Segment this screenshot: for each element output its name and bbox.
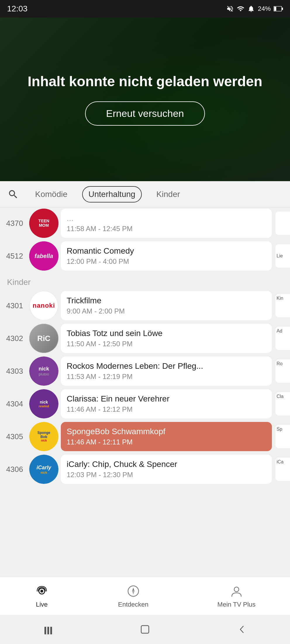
- person-icon: [229, 584, 244, 598]
- channel-number: 4370: [0, 207, 29, 239]
- filter-bar: Komödie Unterhaltung Kinder: [0, 181, 290, 207]
- retry-button[interactable]: Erneut versuchen: [85, 101, 205, 126]
- program-title: iCarly: Chip, Chuck & Spencer: [67, 460, 266, 469]
- program-block[interactable]: Rockos Modernes Leben: Der Pfleg... 11:5…: [61, 356, 272, 386]
- program-time: 11:58 AM - 12:45 PM: [67, 225, 266, 233]
- nav-mein-tv-plus[interactable]: Mein TV Plus: [218, 584, 256, 608]
- table-row: 4304 nick rewind Clarissa: Ein neuer Ver…: [0, 388, 290, 420]
- battery-level: 24%: [258, 5, 271, 13]
- nav-entdecken-label: Entdecken: [118, 601, 149, 608]
- mute-icon: [226, 5, 234, 13]
- nav-live-label: Live: [36, 601, 48, 608]
- filter-kinder[interactable]: Kinder: [151, 187, 186, 202]
- alarm-icon: [247, 5, 255, 13]
- program-title: Clarissa: Ein neuer Verehrer: [67, 394, 266, 404]
- svg-rect-1: [274, 7, 276, 11]
- program-block[interactable]: Romantic Comedy 12:00 PM - 4:00 PM: [61, 241, 272, 271]
- table-row: 4306 iCarly nick iCarly: Chip, Chuck & S…: [0, 453, 290, 485]
- channel-logo-nick-pluto: nick plutoo: [29, 356, 58, 386]
- program-title: ...: [67, 214, 266, 223]
- program-list: 4370 TEENMOM ... 11:58 AM - 12:45 PM 451…: [0, 207, 290, 591]
- battery-icon: [274, 6, 283, 11]
- hero-bg: [0, 18, 290, 181]
- menu-button[interactable]: [41, 622, 56, 637]
- search-button[interactable]: [6, 187, 20, 202]
- channel-number: 4303: [0, 355, 29, 387]
- program-time: 12:00 PM - 4:00 PM: [67, 257, 266, 266]
- channel-logo-icarly: iCarly nick: [29, 455, 58, 484]
- channel-number: 4304: [0, 388, 29, 420]
- status-bar: 12:03 24%: [0, 0, 290, 18]
- table-row: 4370 TEENMOM ... 11:58 AM - 12:45 PM: [0, 207, 290, 239]
- program-time: 12:03 PM - 12:30 PM: [67, 471, 266, 479]
- nav-live[interactable]: Live: [34, 584, 49, 608]
- radio-icon: [34, 584, 49, 598]
- status-icons: 24%: [226, 5, 283, 13]
- program-block[interactable]: ... 11:58 AM - 12:45 PM: [61, 209, 272, 238]
- channel-number: 4302: [0, 323, 29, 354]
- nav-mein-tv-plus-label: Mein TV Plus: [218, 601, 256, 608]
- search-icon: [8, 189, 19, 200]
- table-row: 4302 RiC Tobias Totz und sein Löwe 11:50…: [0, 323, 290, 354]
- table-row: 4303 nick plutoo Rockos Modernes Leben: …: [0, 355, 290, 387]
- svg-rect-2: [282, 8, 283, 10]
- svg-point-8: [234, 587, 239, 592]
- section-label-kinder: Kinder: [0, 273, 290, 290]
- program-time: 11:53 AM - 12:19 PM: [67, 373, 266, 381]
- status-time: 12:03: [7, 4, 27, 13]
- svg-rect-12: [141, 626, 149, 633]
- nav-entdecken[interactable]: Entdecken: [118, 584, 149, 608]
- program-title: Tobias Totz und sein Löwe: [67, 329, 266, 338]
- program-time: 9:00 AM - 2:00 PM: [67, 307, 266, 315]
- channel-logo-spongebob: SpongeBob nick: [29, 422, 58, 451]
- back-button[interactable]: [234, 622, 249, 637]
- system-nav: [0, 615, 290, 644]
- program-block[interactable]: Trickfilme 9:00 AM - 2:00 PM: [61, 291, 272, 320]
- program-time: 11:46 AM - 12:12 PM: [67, 405, 266, 413]
- program-title: Romantic Comedy: [67, 246, 266, 256]
- wifi-icon: [237, 5, 244, 13]
- table-row: 4305 SpongeBob nick SpongeBob Schwammkop…: [0, 421, 290, 452]
- svg-rect-11: [50, 627, 52, 634]
- program-title: Rockos Modernes Leben: Der Pfleg...: [67, 361, 266, 371]
- compass-icon: [126, 584, 141, 598]
- table-row: 4301 nanoki Trickfilme 9:00 AM - 2:00 PM…: [0, 290, 290, 321]
- program-block-highlighted[interactable]: SpongeBob Schwammkopf 11:46 AM - 12:11 P…: [61, 422, 272, 451]
- table-row: 4512 fabella Romantic Comedy 12:00 PM - …: [0, 240, 290, 272]
- channel-logo-ric: RiC: [29, 324, 58, 353]
- program-title: Trickfilme: [67, 296, 266, 305]
- filter-komoedie[interactable]: Komödie: [29, 187, 73, 202]
- channel-number: 4305: [0, 421, 29, 452]
- program-block[interactable]: iCarly: Chip, Chuck & Spencer 12:03 PM -…: [61, 455, 272, 484]
- hero-section: Inhalt konnte nicht geladen werden Erneu…: [0, 18, 290, 181]
- svg-rect-10: [47, 627, 49, 634]
- channel-logo-nanoki: nanoki: [29, 291, 58, 320]
- channel-number: 4512: [0, 240, 29, 272]
- filter-unterhaltung[interactable]: Unterhaltung: [82, 186, 142, 202]
- svg-rect-9: [44, 627, 46, 634]
- home-button[interactable]: [138, 622, 152, 637]
- program-title: SpongeBob Schwammkopf: [67, 427, 266, 436]
- error-message: Inhalt konnte nicht geladen werden: [16, 73, 274, 90]
- channel-number: 4306: [0, 453, 29, 485]
- channel-number: 4301: [0, 290, 29, 321]
- program-time: 11:46 AM - 12:11 PM: [67, 438, 266, 446]
- channel-logo-teen-mom: TEENMOM: [29, 209, 58, 238]
- program-block[interactable]: Tobias Totz und sein Löwe 11:50 AM - 12:…: [61, 324, 272, 353]
- program-time: 11:50 AM - 12:50 PM: [67, 340, 266, 348]
- program-block[interactable]: Clarissa: Ein neuer Verehrer 11:46 AM - …: [61, 389, 272, 418]
- svg-point-4: [40, 590, 43, 593]
- bottom-nav: Live Entdecken Mein TV Plus: [0, 577, 290, 615]
- channel-logo-nickrewind: nick rewind: [29, 389, 58, 418]
- channel-logo-fabella: fabella: [29, 241, 58, 271]
